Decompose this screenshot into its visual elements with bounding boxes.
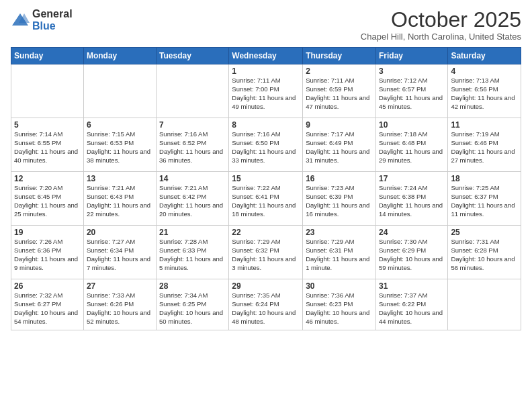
calendar-cell: 19Sunrise: 7:26 AM Sunset: 6:36 PM Dayli… bbox=[11, 226, 84, 279]
day-number: 31 bbox=[379, 281, 445, 291]
day-info: Sunrise: 7:31 AM Sunset: 6:28 PM Dayligh… bbox=[451, 238, 518, 272]
day-info: Sunrise: 7:22 AM Sunset: 6:41 PM Dayligh… bbox=[232, 184, 300, 218]
week-row-4: 19Sunrise: 7:26 AM Sunset: 6:36 PM Dayli… bbox=[11, 226, 521, 279]
logo-blue: Blue bbox=[32, 20, 73, 32]
calendar-cell bbox=[448, 279, 521, 330]
day-number: 21 bbox=[159, 228, 226, 237]
calendar-cell: 14Sunrise: 7:21 AM Sunset: 6:42 PM Dayli… bbox=[157, 172, 229, 226]
calendar-cell: 17Sunrise: 7:24 AM Sunset: 6:38 PM Dayli… bbox=[375, 172, 447, 226]
weekday-header-sunday: Sunday bbox=[11, 48, 84, 64]
day-number: 28 bbox=[159, 281, 226, 291]
day-info: Sunrise: 7:27 AM Sunset: 6:34 PM Dayligh… bbox=[87, 238, 153, 272]
calendar-cell: 3Sunrise: 7:12 AM Sunset: 6:57 PM Daylig… bbox=[375, 64, 447, 118]
calendar-cell bbox=[157, 64, 229, 118]
title-block: October 2025 Chapel Hill, North Carolina… bbox=[361, 8, 521, 42]
day-info: Sunrise: 7:35 AM Sunset: 6:24 PM Dayligh… bbox=[232, 291, 300, 326]
logo-general: General bbox=[32, 8, 73, 20]
day-info: Sunrise: 7:24 AM Sunset: 6:38 PM Dayligh… bbox=[379, 184, 445, 218]
calendar-cell: 26Sunrise: 7:32 AM Sunset: 6:27 PM Dayli… bbox=[11, 279, 84, 330]
calendar-cell: 10Sunrise: 7:18 AM Sunset: 6:48 PM Dayli… bbox=[375, 118, 447, 172]
calendar-cell bbox=[11, 64, 84, 118]
day-info: Sunrise: 7:37 AM Sunset: 6:22 PM Dayligh… bbox=[379, 291, 445, 326]
calendar-cell: 18Sunrise: 7:25 AM Sunset: 6:37 PM Dayli… bbox=[448, 172, 521, 226]
calendar-cell: 29Sunrise: 7:35 AM Sunset: 6:24 PM Dayli… bbox=[229, 279, 303, 330]
day-number: 24 bbox=[379, 228, 445, 237]
day-number: 29 bbox=[232, 281, 300, 291]
calendar-cell: 23Sunrise: 7:29 AM Sunset: 6:31 PM Dayli… bbox=[303, 226, 376, 279]
day-info: Sunrise: 7:33 AM Sunset: 6:26 PM Dayligh… bbox=[87, 291, 153, 326]
day-info: Sunrise: 7:30 AM Sunset: 6:29 PM Dayligh… bbox=[379, 238, 445, 272]
calendar-cell: 27Sunrise: 7:33 AM Sunset: 6:26 PM Dayli… bbox=[83, 279, 156, 330]
day-number: 7 bbox=[159, 120, 226, 130]
calendar-cell: 7Sunrise: 7:16 AM Sunset: 6:52 PM Daylig… bbox=[157, 118, 229, 172]
week-row-2: 5Sunrise: 7:14 AM Sunset: 6:55 PM Daylig… bbox=[11, 118, 521, 172]
weekday-header-tuesday: Tuesday bbox=[157, 48, 229, 64]
day-number: 30 bbox=[306, 281, 373, 291]
day-info: Sunrise: 7:17 AM Sunset: 6:49 PM Dayligh… bbox=[306, 130, 373, 165]
day-info: Sunrise: 7:18 AM Sunset: 6:48 PM Dayligh… bbox=[379, 130, 445, 165]
location: Chapel Hill, North Carolina, United Stat… bbox=[361, 32, 521, 42]
day-info: Sunrise: 7:29 AM Sunset: 6:31 PM Dayligh… bbox=[306, 238, 373, 272]
logo-icon bbox=[11, 11, 30, 30]
day-number: 23 bbox=[306, 228, 373, 237]
day-info: Sunrise: 7:19 AM Sunset: 6:46 PM Dayligh… bbox=[451, 130, 518, 165]
day-info: Sunrise: 7:11 AM Sunset: 6:59 PM Dayligh… bbox=[306, 77, 373, 111]
calendar-table: SundayMondayTuesdayWednesdayThursdayFrid… bbox=[11, 47, 521, 330]
day-info: Sunrise: 7:12 AM Sunset: 6:57 PM Dayligh… bbox=[379, 77, 445, 111]
calendar-cell: 4Sunrise: 7:13 AM Sunset: 6:56 PM Daylig… bbox=[448, 64, 521, 118]
calendar-cell: 1Sunrise: 7:11 AM Sunset: 7:00 PM Daylig… bbox=[229, 64, 303, 118]
day-info: Sunrise: 7:21 AM Sunset: 6:42 PM Dayligh… bbox=[159, 184, 226, 218]
calendar-cell: 31Sunrise: 7:37 AM Sunset: 6:22 PM Dayli… bbox=[375, 279, 447, 330]
day-info: Sunrise: 7:15 AM Sunset: 6:53 PM Dayligh… bbox=[87, 130, 153, 165]
day-info: Sunrise: 7:13 AM Sunset: 6:56 PM Dayligh… bbox=[451, 77, 518, 111]
calendar-cell: 28Sunrise: 7:34 AM Sunset: 6:25 PM Dayli… bbox=[157, 279, 229, 330]
day-number: 2 bbox=[306, 66, 373, 76]
calendar-cell: 12Sunrise: 7:20 AM Sunset: 6:45 PM Dayli… bbox=[11, 172, 84, 226]
calendar-cell bbox=[83, 64, 156, 118]
day-info: Sunrise: 7:23 AM Sunset: 6:39 PM Dayligh… bbox=[306, 184, 373, 218]
day-number: 26 bbox=[14, 281, 81, 291]
day-number: 20 bbox=[87, 228, 153, 237]
day-info: Sunrise: 7:16 AM Sunset: 6:50 PM Dayligh… bbox=[232, 130, 300, 165]
calendar-cell: 2Sunrise: 7:11 AM Sunset: 6:59 PM Daylig… bbox=[303, 64, 376, 118]
calendar-cell: 20Sunrise: 7:27 AM Sunset: 6:34 PM Dayli… bbox=[83, 226, 156, 279]
day-info: Sunrise: 7:29 AM Sunset: 6:32 PM Dayligh… bbox=[232, 238, 300, 272]
day-number: 15 bbox=[232, 174, 300, 183]
day-number: 18 bbox=[451, 174, 518, 183]
logo-text: General Blue bbox=[32, 8, 73, 32]
logo: General Blue bbox=[11, 8, 73, 32]
day-number: 3 bbox=[379, 66, 445, 76]
day-info: Sunrise: 7:26 AM Sunset: 6:36 PM Dayligh… bbox=[14, 238, 81, 272]
day-info: Sunrise: 7:25 AM Sunset: 6:37 PM Dayligh… bbox=[451, 184, 518, 218]
day-info: Sunrise: 7:32 AM Sunset: 6:27 PM Dayligh… bbox=[14, 291, 81, 326]
calendar-cell: 9Sunrise: 7:17 AM Sunset: 6:49 PM Daylig… bbox=[303, 118, 376, 172]
day-info: Sunrise: 7:28 AM Sunset: 6:33 PM Dayligh… bbox=[159, 238, 226, 272]
day-info: Sunrise: 7:14 AM Sunset: 6:55 PM Dayligh… bbox=[14, 130, 81, 165]
weekday-header-friday: Friday bbox=[375, 48, 447, 64]
day-info: Sunrise: 7:36 AM Sunset: 6:23 PM Dayligh… bbox=[306, 291, 373, 326]
day-info: Sunrise: 7:20 AM Sunset: 6:45 PM Dayligh… bbox=[14, 184, 81, 218]
day-number: 6 bbox=[87, 120, 153, 130]
calendar-cell: 8Sunrise: 7:16 AM Sunset: 6:50 PM Daylig… bbox=[229, 118, 303, 172]
calendar-cell: 15Sunrise: 7:22 AM Sunset: 6:41 PM Dayli… bbox=[229, 172, 303, 226]
calendar-cell: 11Sunrise: 7:19 AM Sunset: 6:46 PM Dayli… bbox=[448, 118, 521, 172]
day-number: 16 bbox=[306, 174, 373, 183]
week-row-5: 26Sunrise: 7:32 AM Sunset: 6:27 PM Dayli… bbox=[11, 279, 521, 330]
calendar-cell: 5Sunrise: 7:14 AM Sunset: 6:55 PM Daylig… bbox=[11, 118, 84, 172]
calendar-cell: 16Sunrise: 7:23 AM Sunset: 6:39 PM Dayli… bbox=[303, 172, 376, 226]
month-title: October 2025 bbox=[361, 8, 521, 32]
day-info: Sunrise: 7:11 AM Sunset: 7:00 PM Dayligh… bbox=[232, 77, 300, 111]
day-number: 19 bbox=[14, 228, 81, 237]
day-info: Sunrise: 7:21 AM Sunset: 6:43 PM Dayligh… bbox=[87, 184, 153, 218]
page: General Blue October 2025 Chapel Hill, N… bbox=[0, 0, 532, 411]
calendar-cell: 25Sunrise: 7:31 AM Sunset: 6:28 PM Dayli… bbox=[448, 226, 521, 279]
day-number: 4 bbox=[451, 66, 518, 76]
day-number: 25 bbox=[451, 228, 518, 237]
weekday-header-monday: Monday bbox=[83, 48, 156, 64]
day-number: 10 bbox=[379, 120, 445, 130]
week-row-1: 1Sunrise: 7:11 AM Sunset: 7:00 PM Daylig… bbox=[11, 64, 521, 118]
day-number: 5 bbox=[14, 120, 81, 130]
calendar-cell: 24Sunrise: 7:30 AM Sunset: 6:29 PM Dayli… bbox=[375, 226, 447, 279]
day-info: Sunrise: 7:34 AM Sunset: 6:25 PM Dayligh… bbox=[159, 291, 226, 326]
day-number: 13 bbox=[87, 174, 153, 183]
